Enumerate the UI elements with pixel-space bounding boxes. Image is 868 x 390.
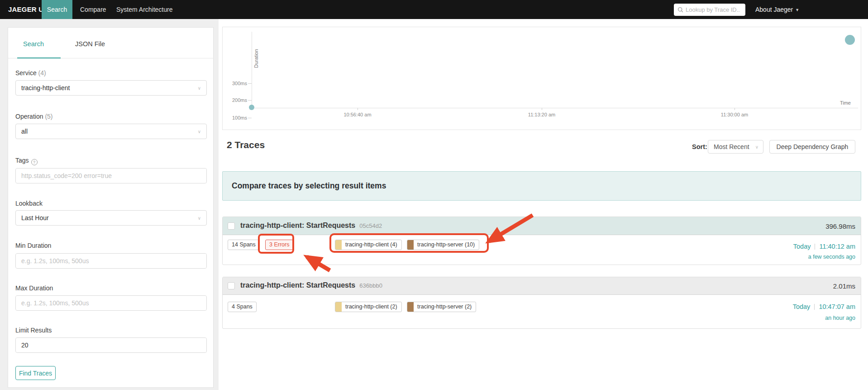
sort-label: Sort: bbox=[692, 143, 707, 150]
service-color-swatch bbox=[407, 240, 414, 250]
chevron-down-icon: ∨ bbox=[755, 144, 758, 149]
chevron-down-icon: ▼ bbox=[795, 8, 799, 12]
trace-select-checkbox[interactable] bbox=[228, 222, 235, 230]
tags-label: Tags? bbox=[15, 157, 38, 165]
trace-title: tracing-http-client: StartRequests636bbb… bbox=[240, 281, 382, 289]
x-tick-2: 11:13:20 am bbox=[521, 112, 562, 117]
about-jaeger-menu[interactable]: About Jaeger▼ bbox=[755, 0, 799, 19]
service-select[interactable]: tracing-http-client∨ bbox=[15, 80, 207, 96]
top-nav: JAEGER UI Search Compare System Architec… bbox=[0, 0, 868, 19]
trace-id: 05c54d2 bbox=[359, 222, 382, 229]
scatter-point-trace-2[interactable] bbox=[249, 105, 254, 110]
nav-tab-compare[interactable]: Compare bbox=[80, 0, 106, 19]
trace-duration: 2.01ms bbox=[833, 282, 855, 290]
x-tick-3: 11:30:00 am bbox=[714, 112, 755, 117]
service-tag: tracing-http-client (4) bbox=[335, 240, 402, 250]
trace-lookup-input[interactable] bbox=[686, 6, 740, 13]
span-count-badge: 14 Spans bbox=[228, 240, 260, 250]
help-icon[interactable]: ? bbox=[31, 159, 38, 165]
service-tag-list: tracing-http-client (2) tracing-http-ser… bbox=[335, 302, 479, 313]
trace-card-header: tracing-http-client: StartRequests05c54d… bbox=[223, 217, 861, 235]
sort-select[interactable]: Most Recent∨ bbox=[708, 140, 763, 154]
service-tag: tracing-http-server (2) bbox=[407, 302, 476, 312]
active-tab-indicator bbox=[17, 58, 61, 58]
service-label: Service (4) bbox=[15, 69, 46, 77]
trace-id: 636bbb0 bbox=[359, 282, 382, 289]
limit-results-field bbox=[15, 337, 207, 353]
y-tick-200ms: 200ms bbox=[225, 97, 247, 103]
operation-label: Operation (5) bbox=[15, 113, 53, 120]
tab-json-file[interactable]: JSON File bbox=[75, 40, 105, 48]
max-duration-input[interactable] bbox=[16, 296, 206, 310]
nav-tab-search[interactable]: Search bbox=[42, 0, 72, 19]
operation-select[interactable]: all∨ bbox=[15, 124, 207, 139]
lookback-label: Lookback bbox=[15, 200, 43, 207]
tags-input[interactable] bbox=[16, 169, 206, 183]
y-tick-300ms: 300ms bbox=[225, 81, 247, 86]
limit-results-label: Limit Results bbox=[15, 327, 52, 334]
trace-result-card-2[interactable]: tracing-http-client: StartRequests636bbb… bbox=[222, 277, 861, 329]
tab-search[interactable]: Search bbox=[23, 40, 44, 48]
service-tag: tracing-http-client (2) bbox=[335, 302, 402, 312]
y-axis-line bbox=[252, 32, 252, 108]
trace-timestamp: Today11:40:12 am bbox=[793, 243, 855, 250]
y-tick-100ms: 100ms bbox=[225, 115, 247, 120]
min-duration-label: Min Duration bbox=[15, 242, 51, 249]
tags-field bbox=[15, 168, 207, 183]
trace-relative-time: an hour ago bbox=[825, 315, 855, 321]
trace-count-heading: 2 Traces bbox=[227, 140, 265, 150]
trace-relative-time: a few seconds ago bbox=[808, 254, 855, 260]
error-count-badge: 3 Errors bbox=[265, 240, 293, 250]
nav-tab-system-architecture[interactable]: System Architecture bbox=[116, 0, 173, 19]
y-axis-title: Duration bbox=[253, 36, 259, 68]
chevron-down-icon: ∨ bbox=[198, 86, 201, 91]
service-color-swatch bbox=[407, 302, 414, 312]
span-count-badge: 4 Spans bbox=[228, 302, 257, 312]
lookback-select[interactable]: Last Hour∨ bbox=[15, 210, 207, 226]
service-tag-list: tracing-http-client (4) tracing-http-ser… bbox=[335, 240, 482, 251]
deep-dependency-graph-button[interactable]: Deep Dependency Graph bbox=[769, 140, 855, 154]
compare-banner: Compare traces by selecting result items bbox=[222, 171, 861, 201]
trace-duration: 396.98ms bbox=[825, 222, 855, 230]
max-duration-field bbox=[15, 295, 207, 311]
chevron-down-icon: ∨ bbox=[198, 216, 201, 221]
max-duration-label: Max Duration bbox=[15, 284, 53, 292]
find-traces-button[interactable]: Find Traces bbox=[15, 366, 56, 380]
divider bbox=[814, 304, 815, 310]
trace-card-header: tracing-http-client: StartRequests636bbb… bbox=[223, 277, 861, 295]
divider bbox=[815, 244, 815, 250]
jaeger-search-page: JAEGER UI Search Compare System Architec… bbox=[0, 0, 868, 390]
app-logo[interactable]: JAEGER UI bbox=[8, 0, 46, 19]
limit-results-input[interactable] bbox=[16, 338, 206, 352]
x-axis-title: Time bbox=[840, 100, 851, 106]
min-duration-field bbox=[15, 253, 207, 269]
search-icon bbox=[677, 7, 683, 13]
x-axis-line bbox=[252, 108, 858, 108]
min-duration-input[interactable] bbox=[16, 254, 206, 268]
trace-result-card-1[interactable]: tracing-http-client: StartRequests05c54d… bbox=[222, 217, 861, 265]
trace-timestamp: Today10:47:07 am bbox=[793, 303, 855, 310]
duration-scatter-chart: 300ms 200ms 100ms Duration 10:56:40 am 1… bbox=[222, 27, 861, 130]
service-color-swatch bbox=[335, 302, 342, 312]
chevron-down-icon: ∨ bbox=[198, 129, 201, 134]
service-tag: tracing-http-server (10) bbox=[407, 240, 479, 250]
compare-banner-text: Compare traces by selecting result items bbox=[232, 181, 386, 191]
x-tick-1: 10:56:40 am bbox=[337, 112, 378, 117]
trace-lookup-box[interactable] bbox=[674, 4, 745, 16]
search-form-panel: Search JSON File Service (4) tracing-htt… bbox=[8, 27, 214, 388]
trace-select-checkbox[interactable] bbox=[228, 282, 235, 289]
scatter-point-trace-1[interactable] bbox=[845, 35, 855, 45]
trace-title: tracing-http-client: StartRequests05c54d… bbox=[240, 221, 382, 230]
service-color-swatch bbox=[335, 240, 342, 250]
search-form-tabs: Search JSON File bbox=[8, 28, 213, 58]
